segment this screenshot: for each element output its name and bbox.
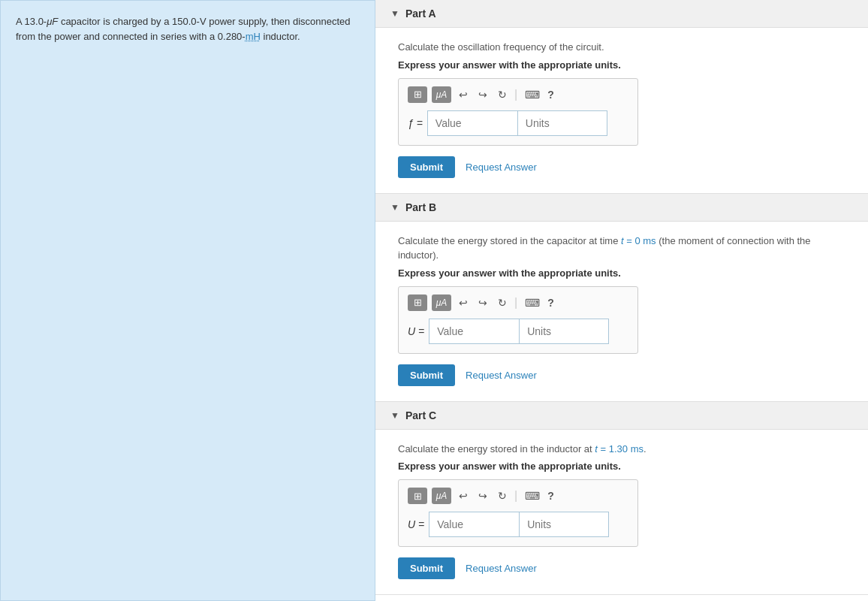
part-c-section: ▼ Part C Calculate the energy stored in … bbox=[375, 402, 868, 596]
part-c-refresh-button[interactable]: ↻ bbox=[495, 488, 510, 503]
part-a-express-label: Express your answer with the appropriate… bbox=[398, 59, 845, 71]
part-c-keyboard-button[interactable]: ⌨ bbox=[522, 488, 543, 503]
problem-panel: A 13.0-μF capacitor is charged by a 150.… bbox=[0, 0, 375, 601]
part-c-mu-button[interactable]: μA bbox=[432, 488, 451, 504]
part-a-refresh-button[interactable]: ↻ bbox=[495, 87, 510, 102]
part-b-value-input[interactable] bbox=[429, 319, 519, 344]
part-a-description: Calculate the oscillation frequency of t… bbox=[398, 40, 845, 55]
part-a-help-button[interactable]: ? bbox=[547, 89, 554, 101]
part-b-body: Calculate the energy stored in the capac… bbox=[375, 222, 868, 401]
part-c-grid-button[interactable]: ⊞ bbox=[408, 488, 427, 504]
part-b-answer-box: ⊞ μA ↩ ↪ ↻ | ⌨ ? U = bbox=[398, 286, 638, 354]
part-b-label: Part B bbox=[405, 201, 436, 213]
part-a-action-row: Submit Request Answer bbox=[398, 156, 845, 178]
part-b-section: ▼ Part B Calculate the energy stored in … bbox=[375, 194, 868, 402]
part-b-arrow: ▼ bbox=[390, 202, 399, 213]
part-c-answer-box: ⊞ μA ↩ ↪ ↻ | ⌨ ? U = bbox=[398, 479, 638, 547]
part-c-express-label: Express your answer with the appropriate… bbox=[398, 461, 845, 472]
part-b-mu-button[interactable]: μA bbox=[432, 294, 451, 311]
part-b-keyboard-button[interactable]: ⌨ bbox=[522, 295, 543, 310]
part-b-express-label: Express your answer with the appropriate… bbox=[398, 267, 845, 279]
part-b-undo-button[interactable]: ↩ bbox=[456, 295, 471, 310]
part-a-variable-label: ƒ = bbox=[408, 117, 423, 129]
part-c-units-input[interactable] bbox=[519, 512, 609, 537]
part-b-description: Calculate the energy stored in the capac… bbox=[398, 234, 845, 263]
part-c-help-button[interactable]: ? bbox=[547, 490, 554, 502]
part-c-request-answer-link[interactable]: Request Answer bbox=[466, 563, 537, 574]
part-b-action-row: Submit Request Answer bbox=[398, 364, 845, 386]
part-c-redo-button[interactable]: ↪ bbox=[475, 488, 490, 503]
part-b-request-answer-link[interactable]: Request Answer bbox=[466, 370, 537, 381]
part-c-separator: | bbox=[514, 489, 517, 503]
part-c-body: Calculate the energy stored in the induc… bbox=[375, 430, 868, 595]
part-a-keyboard-button[interactable]: ⌨ bbox=[522, 87, 543, 102]
part-c-header: ▼ Part C bbox=[375, 402, 868, 430]
part-a-submit-button[interactable]: Submit bbox=[398, 156, 455, 178]
part-b-separator: | bbox=[514, 296, 517, 310]
part-a-mu-button[interactable]: μA bbox=[432, 86, 451, 103]
part-c-label: Part C bbox=[405, 409, 436, 421]
part-a-arrow: ▼ bbox=[390, 8, 399, 19]
part-c-value-input[interactable] bbox=[429, 512, 519, 537]
part-c-variable-label: U = bbox=[408, 518, 424, 530]
part-a-request-answer-link[interactable]: Request Answer bbox=[466, 162, 537, 173]
part-a-grid-button[interactable]: ⊞ bbox=[408, 86, 427, 103]
answer-panel: ▼ Part A Calculate the oscillation frequ… bbox=[375, 0, 868, 601]
part-a-label: Part A bbox=[405, 8, 436, 20]
part-a-section: ▼ Part A Calculate the oscillation frequ… bbox=[375, 0, 868, 194]
part-a-redo-button[interactable]: ↪ bbox=[475, 87, 490, 102]
part-a-header: ▼ Part A bbox=[375, 0, 868, 28]
part-a-value-input[interactable] bbox=[427, 110, 517, 136]
part-b-submit-button[interactable]: Submit bbox=[398, 364, 455, 386]
problem-text: A 13.0-μF capacitor is charged by a 150.… bbox=[16, 14, 360, 44]
part-b-redo-button[interactable]: ↪ bbox=[475, 295, 490, 310]
part-c-description: Calculate the energy stored in the induc… bbox=[398, 442, 845, 457]
part-b-help-button[interactable]: ? bbox=[547, 297, 554, 309]
part-b-grid-button[interactable]: ⊞ bbox=[408, 294, 427, 311]
part-a-separator: | bbox=[514, 88, 517, 101]
part-b-units-input[interactable] bbox=[519, 319, 609, 344]
part-a-input-row: ƒ = bbox=[408, 110, 628, 136]
part-c-arrow: ▼ bbox=[390, 410, 399, 421]
part-a-answer-box: ⊞ μA ↩ ↪ ↻ | ⌨ ? ƒ = bbox=[398, 78, 638, 146]
part-c-input-row: U = bbox=[408, 512, 628, 537]
part-b-header: ▼ Part B bbox=[375, 194, 868, 222]
part-c-action-row: Submit Request Answer bbox=[398, 557, 845, 579]
part-a-body: Calculate the oscillation frequency of t… bbox=[375, 28, 868, 193]
part-b-time-highlight: t = 0 ms bbox=[621, 235, 656, 246]
part-a-undo-button[interactable]: ↩ bbox=[456, 87, 471, 102]
part-b-refresh-button[interactable]: ↻ bbox=[495, 295, 510, 310]
part-c-undo-button[interactable]: ↩ bbox=[456, 488, 471, 503]
part-a-toolbar: ⊞ μA ↩ ↪ ↻ | ⌨ ? bbox=[408, 86, 628, 103]
part-c-toolbar: ⊞ μA ↩ ↪ ↻ | ⌨ ? bbox=[408, 488, 628, 504]
part-c-time-highlight: t = 1.30 ms bbox=[595, 443, 643, 455]
part-a-units-input[interactable] bbox=[517, 110, 607, 136]
part-b-variable-label: U = bbox=[408, 325, 424, 337]
part-c-submit-button[interactable]: Submit bbox=[398, 557, 455, 579]
part-b-input-row: U = bbox=[408, 319, 628, 344]
part-b-toolbar: ⊞ μA ↩ ↪ ↻ | ⌨ ? bbox=[408, 294, 628, 311]
